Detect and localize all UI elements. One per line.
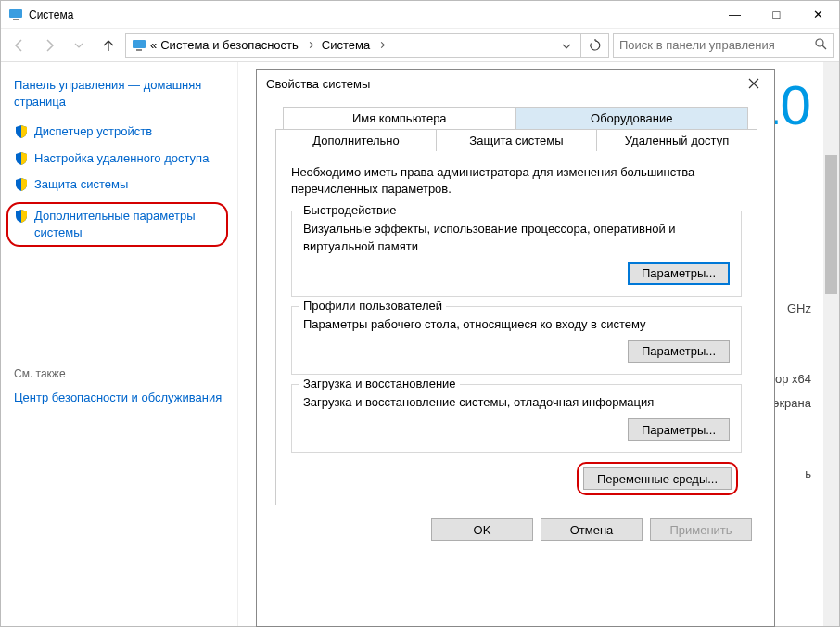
search-box[interactable]: [613, 33, 834, 58]
profiles-fieldset: Профили пользователей Параметры рабочего…: [291, 306, 742, 375]
titlebar: Система — □ ✕: [1, 1, 839, 29]
profiles-settings-button[interactable]: Параметры...: [628, 340, 730, 363]
shield-icon: [14, 124, 29, 139]
scrollbar[interactable]: [823, 62, 839, 626]
recent-button[interactable]: [66, 32, 92, 58]
svg-rect-0: [9, 9, 22, 18]
bg-text-soft: ь: [805, 467, 811, 480]
startup-legend: Загрузка и восстановление: [299, 377, 460, 390]
forward-button[interactable]: [36, 32, 62, 58]
apply-button[interactable]: Применить: [650, 518, 752, 541]
up-button[interactable]: [95, 32, 121, 58]
performance-settings-button[interactable]: Параметры...: [628, 262, 730, 285]
tab-hardware[interactable]: Оборудование: [516, 108, 748, 129]
startup-settings-button[interactable]: Параметры...: [628, 418, 730, 441]
tab-computer-name[interactable]: Имя компьютера: [284, 108, 516, 129]
chevron-right-icon: [378, 42, 385, 48]
svg-rect-2: [133, 40, 146, 48]
admin-note: Необходимо иметь права администратора дл…: [291, 164, 742, 198]
tab-system-protection[interactable]: Защита системы: [437, 130, 597, 151]
back-button[interactable]: [6, 32, 32, 58]
chevron-right-icon: [307, 42, 313, 48]
svg-point-4: [816, 39, 823, 46]
monitor-icon: [132, 38, 146, 53]
sidebar-item-remote-settings[interactable]: Настройка удаленного доступа: [14, 150, 224, 167]
sidebar-item-advanced-system-settings[interactable]: Дополнительные параметры системы: [6, 202, 228, 247]
system-icon: [8, 7, 23, 22]
sidebar-item-system-protection[interactable]: Защита системы: [14, 176, 224, 193]
refresh-button[interactable]: [580, 33, 608, 58]
tab-panel-advanced: Необходимо иметь права администратора дл…: [275, 151, 757, 505]
breadcrumb-prefix: «: [150, 38, 157, 52]
security-center-link[interactable]: Центр безопасности и обслуживания: [14, 390, 224, 406]
svg-rect-3: [136, 49, 142, 51]
see-also-label: См. также: [14, 367, 224, 380]
performance-desc: Визуальные эффекты, использование процес…: [303, 221, 730, 254]
shield-icon: [14, 177, 29, 192]
tabs-row-2: Дополнительно Защита системы Удаленный д…: [275, 129, 757, 151]
environment-variables-button[interactable]: Переменные среды...: [583, 467, 732, 490]
startup-desc: Загрузка и восстановление системы, отлад…: [303, 394, 730, 411]
dialog-body: Имя компьютера Оборудование Дополнительн…: [257, 97, 774, 554]
sidebar-item-label: Защита системы: [34, 176, 128, 193]
profiles-legend: Профили пользователей: [299, 299, 446, 313]
sidebar-item-label: Диспетчер устройств: [34, 123, 152, 140]
search-input[interactable]: [619, 38, 814, 52]
system-properties-dialog: Свойства системы Имя компьютера Оборудов…: [256, 69, 775, 627]
dialog-title: Свойства системы: [257, 70, 774, 97]
sidebar-item-label: Дополнительные параметры системы: [34, 208, 221, 241]
performance-legend: Быстродействие: [299, 203, 400, 217]
startup-fieldset: Загрузка и восстановление Загрузка и вос…: [291, 384, 742, 453]
breadcrumb-1[interactable]: Система и безопасность: [160, 38, 299, 52]
dropdown-icon[interactable]: [562, 38, 571, 52]
bg-text-ghz: GHz: [787, 301, 811, 315]
tab-advanced[interactable]: Дополнительно: [276, 130, 437, 151]
tabs-row-1: Имя компьютера Оборудование: [283, 107, 748, 129]
performance-fieldset: Быстродействие Визуальные эффекты, испол…: [291, 211, 742, 296]
breadcrumb-2[interactable]: Система: [322, 38, 370, 52]
tab-remote[interactable]: Удаленный доступ: [597, 130, 757, 151]
address-bar[interactable]: « Система и безопасность Система: [125, 33, 609, 58]
sidebar: Панель управления — домашняя страница Ди…: [1, 62, 238, 626]
shield-icon: [14, 151, 29, 166]
cancel-button[interactable]: Отмена: [541, 518, 643, 541]
dialog-close-button[interactable]: [733, 70, 774, 97]
dialog-footer: OK Отмена Применить: [274, 518, 757, 541]
search-icon[interactable]: [814, 37, 827, 54]
maximize-button[interactable]: □: [756, 1, 797, 29]
scrollbar-thumb[interactable]: [825, 155, 837, 294]
sidebar-item-label: Настройка удаленного доступа: [34, 150, 209, 167]
toolbar: « Система и безопасность Система: [1, 29, 839, 62]
profiles-desc: Параметры рабочего стола, относящиеся ко…: [303, 316, 730, 333]
minimize-button[interactable]: —: [714, 1, 756, 29]
shield-icon: [14, 209, 29, 224]
sidebar-item-device-manager[interactable]: Диспетчер устройств: [14, 123, 224, 140]
window-title: Система: [29, 8, 714, 21]
close-button[interactable]: ✕: [797, 1, 839, 29]
ok-button[interactable]: OK: [431, 518, 533, 541]
control-panel-home-link[interactable]: Панель управления — домашняя страница: [14, 77, 224, 110]
svg-rect-1: [13, 19, 19, 20]
